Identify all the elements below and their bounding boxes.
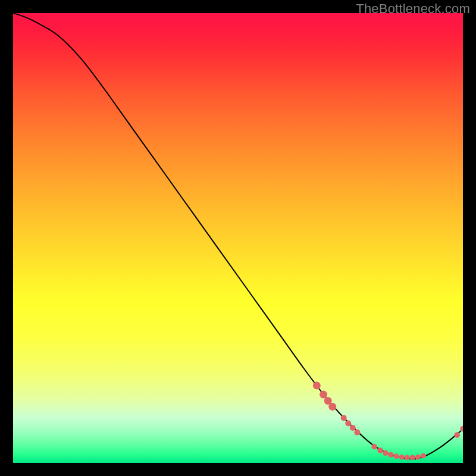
marker-dot [377, 447, 383, 453]
marker-dot [410, 455, 415, 460]
marker-dot [313, 381, 321, 389]
marker-dot [341, 415, 347, 421]
marker-dot [350, 425, 356, 431]
bottleneck-curve [13, 13, 463, 459]
watermark-text: TheBottleneck.com [356, 1, 470, 17]
chart-svg [13, 13, 463, 463]
marker-group [313, 381, 463, 460]
marker-dot [320, 391, 327, 399]
marker-dot [345, 420, 351, 426]
marker-dot [394, 453, 399, 459]
marker-dot [415, 455, 421, 460]
marker-dot [454, 432, 460, 438]
marker-dot [421, 453, 426, 458]
marker-dot [388, 452, 393, 458]
marker-dot [328, 403, 336, 411]
marker-dot [371, 444, 377, 449]
marker-dot [405, 455, 410, 460]
marker-dot [399, 455, 405, 460]
marker-dot [354, 430, 360, 436]
marker-dot [383, 450, 388, 456]
